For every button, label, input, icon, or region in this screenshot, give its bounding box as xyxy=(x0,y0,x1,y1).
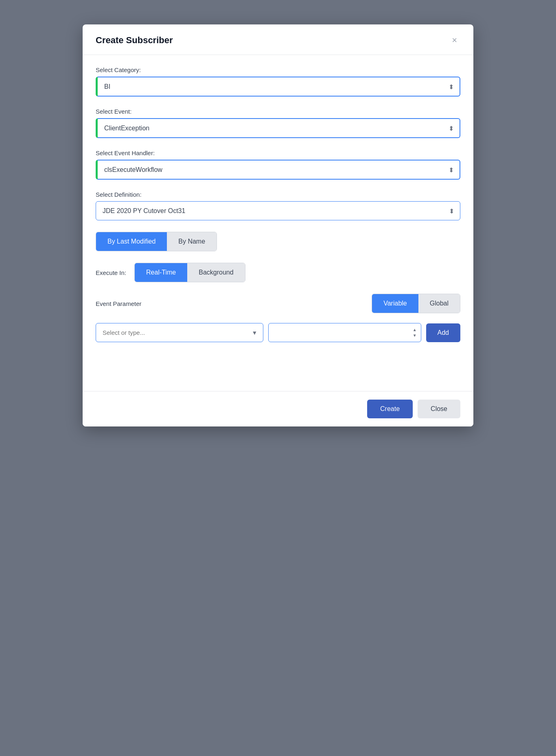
create-subscriber-modal: Create Subscriber × Select Category: BI … xyxy=(83,24,473,426)
modal-title: Create Subscriber xyxy=(96,35,173,46)
category-select[interactable]: BI AI CI xyxy=(98,77,460,96)
modal-header: Create Subscriber × xyxy=(83,24,473,55)
category-form-group: Select Category: BI AI CI ⬍ xyxy=(96,66,460,97)
sort-by-name-button[interactable]: By Name xyxy=(167,232,217,251)
execute-real-time-button[interactable]: Real-Time xyxy=(135,263,187,282)
modal-body: Select Category: BI AI CI ⬍ Select Event… xyxy=(83,55,473,391)
event-parameter-variable-button[interactable]: Variable xyxy=(372,294,418,313)
definition-form-group: Select Definition: JDE 2020 PY Cutover O… xyxy=(96,191,460,220)
event-parameter-toggle: Variable Global xyxy=(372,294,460,313)
event-select[interactable]: ClientException ServerException xyxy=(98,119,460,137)
footer-close-button[interactable]: Close xyxy=(418,400,460,418)
create-button[interactable]: Create xyxy=(367,400,413,418)
handler-form-group: Select Event Handler: clsExecuteWorkflow… xyxy=(96,149,460,180)
event-parameter-global-button[interactable]: Global xyxy=(418,294,460,313)
modal-footer: Create Close xyxy=(83,391,473,426)
execute-in-row: Execute In: Real-Time Background xyxy=(96,263,460,282)
spinner-wrapper: ▲ ▼ xyxy=(268,323,421,342)
category-label: Select Category: xyxy=(96,66,460,73)
modal-backdrop: Create Subscriber × Select Category: BI … xyxy=(83,24,473,426)
add-button[interactable]: Add xyxy=(426,323,460,342)
event-label: Select Event: xyxy=(96,108,460,115)
close-icon: × xyxy=(452,35,457,45)
execute-background-button[interactable]: Background xyxy=(187,263,245,282)
input-row: ▼ ▲ ▼ Add xyxy=(96,323,460,342)
spinner-arrows-icon[interactable]: ▲ ▼ xyxy=(409,327,421,338)
sort-toggle-group: By Last Modified By Name xyxy=(96,232,460,251)
sort-by-last-modified-button[interactable]: By Last Modified xyxy=(96,232,167,251)
definition-label: Select Definition: xyxy=(96,191,460,198)
select-type-wrapper: ▼ xyxy=(96,323,263,342)
select-or-type-input[interactable] xyxy=(96,323,246,342)
event-select-wrapper: ClientException ServerException ⬍ xyxy=(96,118,460,138)
event-form-group: Select Event: ClientException ServerExce… xyxy=(96,108,460,138)
definition-select[interactable]: JDE 2020 PY Cutover Oct31 JDE 2021 PY Cu… xyxy=(96,202,460,220)
handler-select-wrapper: clsExecuteWorkflow clsHandleEvent ⬍ xyxy=(96,160,460,180)
handler-label: Select Event Handler: xyxy=(96,149,460,156)
spacer xyxy=(96,355,460,380)
modal-close-icon-button[interactable]: × xyxy=(449,34,460,46)
definition-select-wrapper: JDE 2020 PY Cutover Oct31 JDE 2021 PY Cu… xyxy=(96,201,460,220)
category-select-wrapper: BI AI CI ⬍ xyxy=(96,77,460,97)
event-parameter-row: Event Parameter Variable Global xyxy=(96,294,460,313)
spinner-input[interactable] xyxy=(269,323,408,342)
event-parameter-label: Event Parameter xyxy=(96,300,142,307)
sort-toggle: By Last Modified By Name xyxy=(96,232,217,251)
select-or-type-dropdown-button[interactable]: ▼ xyxy=(246,330,263,336)
execute-in-label: Execute In: xyxy=(96,269,126,276)
execute-in-toggle: Real-Time Background xyxy=(134,263,245,282)
handler-select[interactable]: clsExecuteWorkflow clsHandleEvent xyxy=(98,160,460,179)
